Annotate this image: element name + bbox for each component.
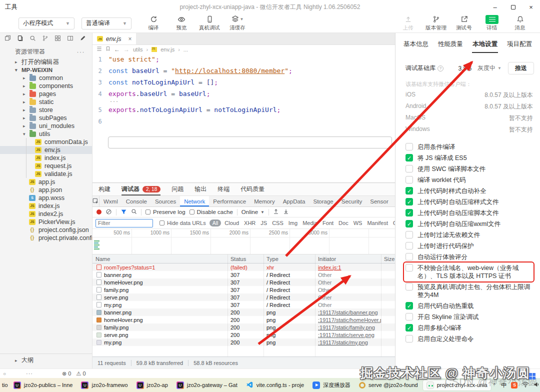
filter-type[interactable]: Doc [338, 220, 348, 226]
checkbox[interactable]: ✓ [406, 335, 413, 342]
import-har-icon[interactable] [273, 208, 279, 216]
setting-row[interactable]: ✓ 自动运行体验评分 [406, 253, 532, 261]
checkbox[interactable]: ✓ [406, 198, 413, 206]
taskbar-item-vscode[interactable]: vite.config.ts - proje [242, 380, 308, 391]
devtools-tab[interactable]: 构建 [98, 183, 110, 196]
inspector-tab[interactable]: Storage [309, 196, 337, 206]
request-initiator[interactable]: :19117/static/family.png [318, 324, 375, 330]
inspector-tab[interactable]: Memory [250, 196, 279, 206]
network-row[interactable]: family.png 307 / Redirect Other [92, 286, 395, 294]
setting-row[interactable]: ✓ 启用条件编译 [406, 143, 532, 151]
upload-button[interactable]: 上传 [396, 16, 420, 32]
outline-list-icon[interactable] [96, 46, 102, 52]
split-editor-icon[interactable] [4, 35, 11, 43]
setting-row[interactable]: ✓ 上传时进行代码保护 [406, 242, 532, 250]
remote-debug-button[interactable]: 真机调试 [198, 16, 221, 32]
clear-icon[interactable] [106, 208, 112, 216]
hide-data-urls-checkbox[interactable]: Hide data URLs [160, 220, 206, 226]
setting-row[interactable]: ✓ 编译 worklet 代码 [406, 176, 532, 184]
tree-item[interactable]: ▸ common [0, 74, 92, 82]
checkbox[interactable]: ✓ [406, 253, 413, 260]
checkbox[interactable]: ✓ [406, 283, 413, 290]
setting-row[interactable]: ✓ 上传时过滤无依赖文件 [406, 231, 532, 239]
tree-item[interactable]: ▾ utils [0, 130, 92, 138]
test-account-button[interactable]: 测试号 [452, 16, 476, 32]
tree-item[interactable]: JS commonData.js [0, 138, 92, 146]
column-header-name[interactable]: Name [92, 256, 228, 262]
export-har-icon[interactable] [283, 208, 289, 216]
version-control-button[interactable]: 版本管理 [424, 16, 448, 32]
checkbox[interactable]: ✓ [406, 313, 413, 320]
devtools-tab[interactable]: 调试器 2, 18 [122, 183, 160, 196]
taskbar-item-idea-framework[interactable]: jzo2o-framewo [78, 380, 131, 390]
tray-expand-icon[interactable]: ⌃ [492, 382, 496, 388]
network-row[interactable]: banner.png 200 png :19117/static/banner.… [92, 308, 395, 316]
inspector-tab[interactable]: AppData [279, 196, 310, 206]
filter-funnel-icon[interactable] [120, 208, 127, 216]
problems-indicator[interactable]: ⊗ 0 ⚠ 0 [62, 370, 86, 377]
filter-type[interactable]: Manifest [367, 220, 388, 226]
request-initiator[interactable]: Other [318, 294, 332, 300]
taskbar-item-serve[interactable]: serve @jzo2o-found [356, 380, 422, 390]
checkbox[interactable]: ✓ [406, 324, 413, 332]
request-initiator[interactable]: Other [318, 287, 332, 293]
setting-row[interactable]: ✓ 上传代码时自动压缩wxml文件 [406, 220, 532, 228]
details-tab[interactable]: 性能质量 [438, 40, 463, 53]
breadcrumb-more[interactable]: ... [184, 46, 188, 52]
inspector-tab[interactable]: Network [180, 196, 209, 206]
network-row[interactable]: my.png 307 / Redirect Other [92, 301, 395, 308]
filter-type[interactable]: JS [260, 220, 267, 226]
checkbox[interactable]: ✓ [406, 209, 413, 216]
tree-item[interactable]: JS request.js [0, 162, 92, 170]
filter-type[interactable]: WS [354, 220, 362, 226]
setting-row[interactable]: ✓ 上传代码时样式自动补全 [406, 187, 532, 195]
throttling-dropdown[interactable]: Online▼ [242, 209, 264, 215]
search-icon[interactable] [30, 35, 36, 43]
mode-dropdown[interactable]: 小程序模式▼ [18, 18, 74, 30]
setting-row[interactable]: ✓ 使用 SWC 编译脚本文件 [406, 165, 532, 173]
maximize-button[interactable] [504, 0, 522, 14]
taskbar-item-wechat-devtools[interactable]: project-zhyl-xcx-unia [423, 380, 491, 390]
request-initiator[interactable]: :19117/static/serve.png [318, 332, 374, 338]
request-initiator[interactable]: :19117/static/my.png [318, 340, 368, 346]
filter-type[interactable]: Img [288, 220, 298, 226]
tree-item[interactable]: JS index.js [0, 154, 92, 162]
filter-type[interactable]: XHR [244, 220, 256, 226]
search-icon[interactable] [131, 208, 137, 216]
request-initiator[interactable]: Other [318, 280, 332, 286]
tree-item[interactable]: ▸ store [0, 106, 92, 114]
breadcrumb-folder[interactable]: utils [133, 46, 143, 52]
tree-item[interactable]: JS app.js [0, 178, 92, 186]
channel-dropdown[interactable]: 灰度中▼ [478, 64, 502, 72]
checkbox[interactable]: ✓ [406, 242, 413, 250]
record-icon[interactable] [96, 210, 102, 214]
outline-section[interactable]: ▸ 大纲 [0, 354, 92, 366]
setting-row[interactable]: ✓ 上传代码时自动压缩脚本文件 [406, 209, 532, 217]
request-initiator[interactable]: :19117/static/homeHover.png [318, 317, 381, 323]
filter-type[interactable]: Media [302, 220, 318, 226]
tree-item[interactable]: {} app.json [0, 186, 92, 194]
nav-back-icon[interactable]: ← [114, 46, 120, 53]
layout-grid-icon[interactable] [54, 35, 61, 43]
details-button[interactable]: 详情 [480, 16, 504, 32]
column-header-status[interactable]: Status [228, 256, 264, 262]
filter-type[interactable]: CSS [272, 220, 284, 226]
files-icon[interactable] [17, 35, 24, 43]
checkbox[interactable]: ✓ [406, 143, 413, 150]
filter-all-pill[interactable]: All [210, 220, 222, 226]
tree-item[interactable]: JS validate.js [0, 170, 92, 178]
checkbox[interactable]: ✓ [406, 231, 413, 238]
setting-row[interactable]: ✓ 不校验合法域名、web-view（业务域名）、TLS 版本以及 HTTPS … [406, 264, 532, 280]
taskbar-item-player[interactable]: 深度播放器 [309, 380, 354, 390]
devtools-tab[interactable]: 输出 [194, 183, 206, 196]
checkbox[interactable]: ✓ [406, 176, 413, 184]
devtools-tab[interactable]: 问题 [172, 183, 184, 196]
checkbox[interactable]: ✓ [406, 187, 413, 194]
tree-item[interactable]: JS index.js [0, 202, 92, 210]
devtools-tab[interactable]: 代码质量 [240, 183, 264, 196]
network-row[interactable]: serve.png 307 / Redirect Other [92, 294, 395, 301]
tree-item[interactable]: ▸ static [0, 98, 92, 106]
inspect-element-icon[interactable] [92, 196, 100, 206]
setting-row[interactable]: ✓ 启用自定义处理命令 [406, 335, 532, 343]
wifi-icon[interactable] [522, 382, 529, 388]
